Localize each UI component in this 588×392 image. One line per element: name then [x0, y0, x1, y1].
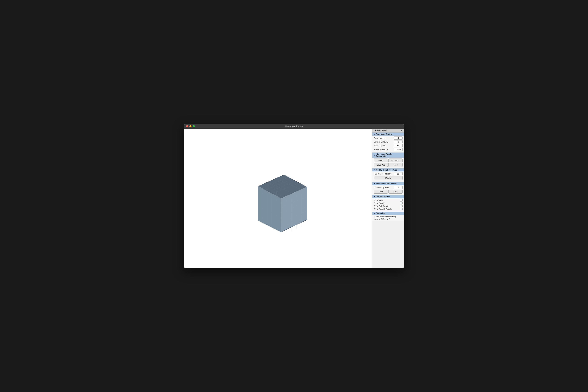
disassembly-step-input[interactable]: [394, 186, 402, 189]
show-axes-label: Show Axes: [374, 199, 383, 201]
puzzle-tolerance-label: Puzzle Tolerance: [374, 148, 388, 150]
parameter-control-header[interactable]: ▼ Parameter Control: [372, 132, 404, 136]
panel-close-button[interactable]: ✕: [400, 129, 402, 132]
titlebar: High-LevelPuzzle: [184, 124, 404, 128]
prev-button[interactable]: Prev: [374, 190, 388, 194]
maximize-button[interactable]: [193, 125, 195, 127]
render-control-body: Show Axes Show Puzzle ✓ Show Ball Skelet…: [372, 198, 404, 212]
modify-header[interactable]: ▼ Modify High Level Puzzle: [372, 168, 404, 172]
seed-number-input[interactable]: [394, 144, 402, 147]
assembly-header[interactable]: ▼ Assembly State Viewer: [372, 182, 404, 185]
3d-viewport[interactable]: [184, 128, 372, 268]
modify-arrow: ▼: [374, 169, 375, 171]
control-panel: Control Panel ✕ ▼ Parameter Control Piec…: [372, 128, 404, 268]
puzzle-state-text: Puzzle State: Deadlocking: [374, 216, 402, 218]
window-title: High-LevelPuzzle: [285, 125, 303, 128]
titlebar-buttons: [186, 125, 195, 127]
show-axes-checkbox[interactable]: [400, 199, 402, 202]
target-level-label: Target Level (Modify): [374, 173, 391, 175]
constructor-body: Read Construct Save Puz Reset: [372, 158, 404, 168]
target-level-input[interactable]: [394, 172, 402, 175]
constructor-arrow: ▼: [374, 154, 375, 156]
modify-label: Modify High Level Puzzle: [376, 169, 398, 171]
modify-btn-row: Modify: [374, 176, 402, 180]
show-ball-skeleton-checkbox[interactable]: ✓: [400, 205, 402, 207]
seed-number-label: Seed Number: [374, 144, 385, 147]
show-ball-skeleton-row: Show Ball Skeleton ✓: [374, 205, 402, 207]
cube-scene: [244, 164, 313, 233]
disassembly-step-label: Disassembly Step: [374, 186, 389, 188]
app-window: High-LevelPuzzle: [184, 124, 404, 268]
prev-next-row: Prev Next: [374, 190, 402, 194]
assembly-body: Disassembly Step Prev Next: [372, 185, 404, 195]
show-smooth-puzzle-label: Show Smooth Puzzle: [374, 208, 392, 210]
parameter-control-label: Parameter Control: [376, 133, 392, 135]
level-difficulty-label: Level of Difficulty: [374, 141, 388, 143]
show-ball-skeleton-label: Show Ball Skeleton: [374, 205, 390, 207]
next-button[interactable]: Next: [389, 190, 402, 194]
seed-number-row: Seed Number: [374, 144, 402, 147]
reset-button[interactable]: Reset: [389, 163, 402, 167]
piece-number-input[interactable]: [394, 136, 402, 140]
piece-number-row: Piece Number: [374, 136, 402, 140]
assembly-label: Assembly State Viewer: [376, 182, 396, 185]
render-control-arrow: ▼: [374, 196, 375, 198]
disassembly-step-row: Disassembly Step: [374, 186, 402, 189]
assembly-arrow: ▼: [374, 183, 375, 184]
target-level-row: Target Level (Modify): [374, 172, 402, 175]
minimize-button[interactable]: [190, 125, 192, 127]
show-smooth-puzzle-row: Show Smooth Puzzle ✓: [374, 208, 402, 210]
save-puz-button[interactable]: Save Puz: [374, 163, 388, 167]
save-reset-row: Save Puz Reset: [374, 163, 402, 167]
puzzle-tolerance-row: Puzzle Tolerance: [374, 148, 402, 151]
close-button[interactable]: [186, 125, 188, 127]
render-control-header[interactable]: ▼ Render Control: [372, 195, 404, 198]
show-puzzle-row: Show Puzzle ✓: [374, 202, 402, 204]
show-puzzle-label: Show Puzzle: [374, 202, 385, 204]
read-button[interactable]: Read: [374, 158, 388, 162]
status-bar-label: Status Bar: [376, 212, 385, 214]
show-puzzle-checkbox[interactable]: ✓: [400, 202, 402, 204]
modify-body: Target Level (Modify) Modify: [372, 172, 404, 182]
cube-svg: [244, 160, 313, 237]
status-bar-body: Puzzle State: Deadlocking Level of Diffi…: [372, 215, 404, 221]
puzzle-tolerance-input[interactable]: [394, 148, 402, 151]
read-construct-row: Read Construct: [374, 158, 402, 162]
level-difficulty-row: Level of Difficulty: [374, 140, 402, 144]
constructor-label: High Level Puzzle Constructor: [376, 153, 402, 157]
panel-header-label: Control Panel: [374, 129, 387, 132]
piece-number-label: Piece Number: [374, 137, 386, 139]
show-smooth-puzzle-checkbox[interactable]: ✓: [400, 208, 402, 210]
status-bar-arrow: ▼: [374, 212, 375, 214]
main-content: Control Panel ✕ ▼ Parameter Control Piec…: [184, 128, 404, 268]
level-difficulty-status-text: Level of Difficulty: 0: [374, 218, 402, 220]
parameter-control-body: Piece Number Level of Difficulty Seed Nu…: [372, 136, 404, 152]
panel-header: Control Panel ✕: [372, 128, 404, 132]
modify-button[interactable]: Modify: [374, 176, 402, 180]
construct-button[interactable]: Construct: [389, 158, 402, 162]
status-bar-header[interactable]: ▼ Status Bar: [372, 212, 404, 215]
constructor-header[interactable]: ▼ High Level Puzzle Constructor: [372, 152, 404, 158]
parameter-control-arrow: ▼: [374, 133, 375, 135]
show-axes-row: Show Axes: [374, 199, 402, 202]
render-control-label: Render Control: [376, 196, 390, 198]
level-difficulty-input[interactable]: [394, 140, 402, 144]
